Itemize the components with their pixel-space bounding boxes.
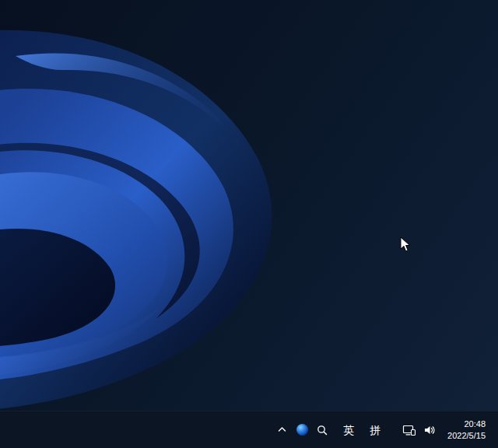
clock-date-button[interactable]: 20:48 2022/5/15 <box>440 415 492 446</box>
hardware-indicators <box>399 415 440 446</box>
taskbar: 英 拼 <box>0 411 498 448</box>
volume-icon <box>423 424 437 436</box>
ime-pinyin-button[interactable]: 拼 <box>363 415 388 446</box>
ime-pinyin-label: 拼 <box>365 425 385 436</box>
clock-date: 2022/5/15 <box>447 430 486 442</box>
magnifier-tray-button[interactable] <box>313 415 331 446</box>
ime-english-button[interactable]: 英 <box>336 415 361 446</box>
colored-round-tray-icon <box>296 424 308 436</box>
ime-group: 英 拼 <box>335 415 388 446</box>
tray-app-button[interactable] <box>293 415 311 446</box>
clock-time: 20:48 <box>464 418 486 430</box>
wallpaper-bloom-graphic <box>0 0 498 411</box>
magnifier-icon <box>316 424 328 436</box>
system-tray: 英 拼 <box>272 411 492 448</box>
desktop-wallpaper <box>0 0 498 411</box>
show-hidden-icons-button[interactable] <box>272 415 291 446</box>
ime-english-label: 英 <box>338 425 359 436</box>
display-tray-button[interactable] <box>400 415 419 446</box>
volume-tray-button[interactable] <box>420 415 439 446</box>
display-tray-icon <box>402 424 416 436</box>
chevron-up-icon <box>277 425 287 435</box>
